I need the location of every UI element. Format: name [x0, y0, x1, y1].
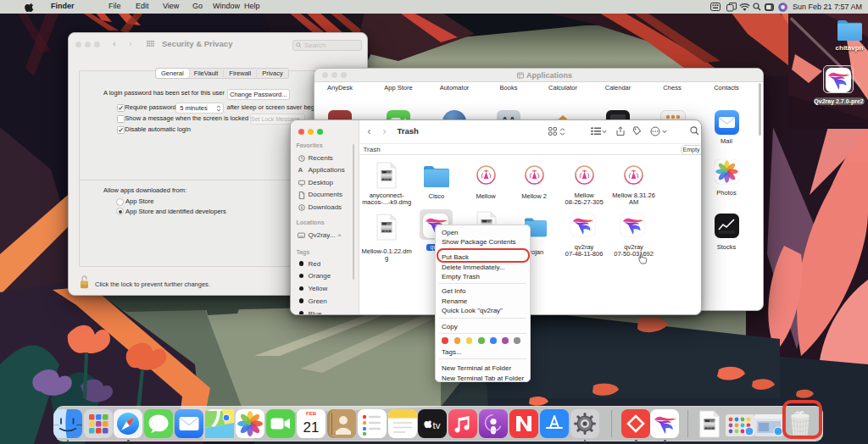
- svg-text:21: 21: [303, 419, 319, 436]
- svg-text:tv: tv: [433, 420, 441, 430]
- svg-text:FEB: FEB: [306, 411, 317, 416]
